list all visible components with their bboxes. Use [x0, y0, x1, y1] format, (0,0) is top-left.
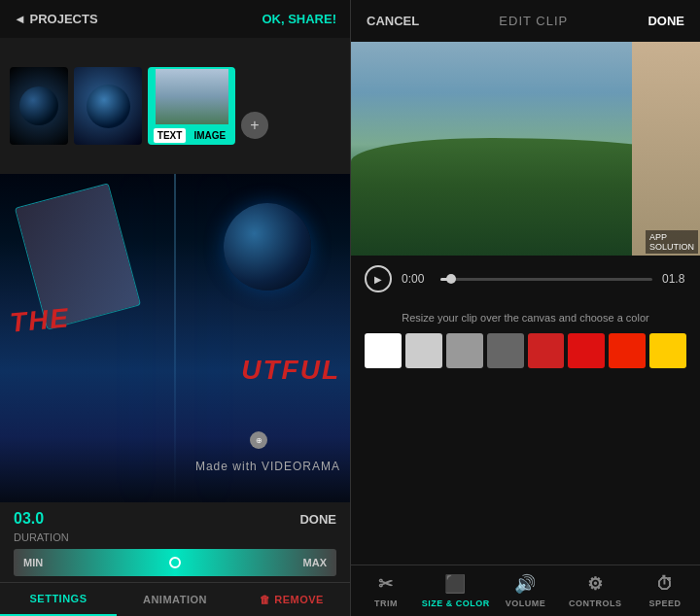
swatch-red1[interactable]: [528, 333, 565, 368]
right-video-preview: APPSOLUTION: [351, 42, 700, 256]
speed-label: SPEED: [649, 599, 682, 608]
cancel-button[interactable]: CANCEL: [367, 14, 419, 28]
clip-image-label: IMAGE: [190, 128, 229, 143]
left-panel: ◄ PROJECTS OK, SHARE! 08.1 TEXT IMAGE +: [0, 0, 350, 616]
ok-share-button[interactable]: OK, SHARE!: [262, 12, 336, 26]
volume-label: VOLUME: [506, 599, 546, 608]
timeline-area: 08.1 TEXT IMAGE +: [0, 38, 350, 174]
app-badge: APPSOLUTION: [646, 230, 698, 254]
playback-controls: ▶ 0:00 01.8: [351, 256, 700, 302]
swatch-red2[interactable]: [568, 333, 605, 368]
edit-clip-title: EDIT CLIP: [499, 14, 568, 28]
timeline-clip-1[interactable]: [10, 67, 68, 145]
controls-label: CONTROLS: [569, 599, 622, 608]
color-hint: Resize your clip over the canvas and cho…: [365, 312, 686, 324]
size-color-label: SIZE & COLOR: [422, 599, 490, 608]
slider-thumb[interactable]: [169, 557, 181, 568]
left-header: ◄ PROJECTS OK, SHARE!: [0, 0, 350, 38]
spacer: [351, 378, 700, 565]
swatch-yellow[interactable]: [649, 333, 686, 368]
duration-bar: 03.0 DONE DURATION MIN MAX: [0, 502, 350, 582]
duration-value: 03.0: [14, 510, 44, 528]
tab-trim[interactable]: ✂ TRIM: [351, 565, 421, 616]
trim-label: TRIM: [374, 599, 398, 608]
timeline-clip-2[interactable]: [74, 67, 142, 145]
tab-controls[interactable]: ⚙ CONTROLS: [560, 565, 630, 616]
right-bottom-tabs: ✂ TRIM ⬛ SIZE & COLOR 🔊 VOLUME ⚙ CONTROL…: [351, 565, 700, 616]
tab-remove[interactable]: 🗑 REMOVE: [233, 583, 350, 616]
progress-dot[interactable]: [446, 274, 456, 284]
tab-size-color[interactable]: ⬛ SIZE & COLOR: [421, 565, 491, 616]
color-swatches: [365, 333, 686, 368]
volume-icon: 🔊: [514, 573, 537, 595]
swatch-light-gray[interactable]: [405, 333, 442, 368]
floating-earth: [224, 203, 311, 291]
slider-max-label: MAX: [303, 557, 327, 568]
speed-icon: ⏱: [656, 574, 675, 595]
time-current: 0:00: [402, 272, 431, 286]
timeline-clip-active[interactable]: 08.1 TEXT IMAGE: [148, 67, 235, 145]
color-section: Resize your clip over the canvas and cho…: [351, 302, 700, 378]
swatch-white[interactable]: [365, 333, 402, 368]
clip-image-thumb: [156, 69, 228, 124]
size-color-icon: ⬛: [444, 573, 467, 595]
play-button[interactable]: ▶: [365, 265, 392, 292]
utful-overlay-text: UTFUL: [241, 355, 340, 386]
slider-min-label: MIN: [23, 557, 43, 568]
duration-slider[interactable]: MIN MAX: [14, 549, 336, 576]
left-bottom-tabs: SETTINGS ANIMATION 🗑 REMOVE: [0, 582, 350, 616]
building: [632, 42, 700, 256]
swatch-dark-gray[interactable]: [487, 333, 524, 368]
projects-button[interactable]: ◄ PROJECTS: [14, 12, 98, 26]
tab-settings[interactable]: SETTINGS: [0, 583, 117, 616]
video-preview: THE UTFUL ⊕ Made with VIDEORAMA: [0, 174, 350, 502]
light-rays: [174, 174, 176, 502]
controls-icon: ⚙: [587, 573, 604, 595]
done-button[interactable]: DONE: [648, 14, 684, 28]
tab-animation[interactable]: ANIMATION: [117, 583, 233, 616]
duration-done[interactable]: DONE: [299, 512, 336, 527]
swatch-red3[interactable]: [609, 333, 646, 368]
trim-icon: ✂: [378, 573, 394, 595]
the-overlay-text: THE: [9, 303, 72, 339]
right-panel: CANCEL EDIT CLIP DONE APPSOLUTION ▶ 0:00…: [350, 0, 700, 616]
watermark: Made with VIDEORAMA: [195, 460, 340, 473]
tab-speed[interactable]: ⏱ SPEED: [630, 565, 700, 616]
clip-text-label: TEXT: [154, 128, 187, 143]
time-total: 01.8: [662, 272, 686, 286]
tab-volume[interactable]: 🔊 VOLUME: [491, 565, 561, 616]
right-header: CANCEL EDIT CLIP DONE: [351, 0, 700, 42]
progress-track[interactable]: [440, 278, 652, 281]
swatch-mid-gray[interactable]: [446, 333, 483, 368]
duration-label: DURATION: [14, 531, 336, 543]
position-indicator: ⊕: [250, 431, 267, 449]
add-clip-button[interactable]: +: [241, 112, 268, 139]
